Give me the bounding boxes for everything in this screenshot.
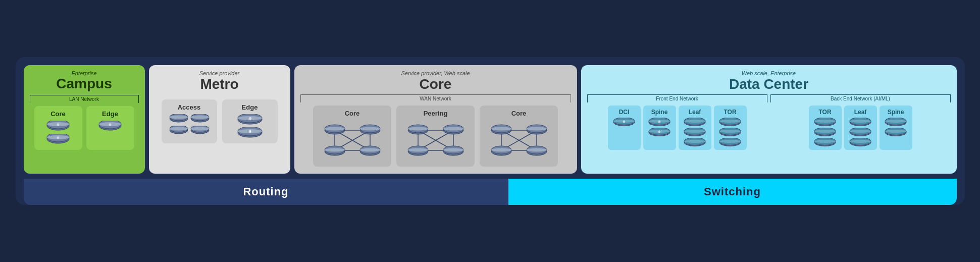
spcore-title: Core	[300, 76, 571, 92]
spcore-core1-label: Core	[318, 110, 386, 117]
campus-edge-routers: ⊕	[91, 121, 129, 133]
metro-sub-label: Service provider	[155, 70, 284, 76]
metro-access-label: Access	[167, 103, 212, 111]
router-icon	[719, 138, 741, 147]
main-container: Enterprise Campus LAN Network Core ⊕	[16, 57, 965, 205]
dc-spine1-label: Spine	[647, 109, 672, 116]
svg-point-121	[814, 130, 836, 133]
svg-point-85	[527, 148, 547, 152]
dc-spine1-card: Spine ⊕	[643, 106, 676, 150]
svg-point-43	[360, 127, 380, 131]
svg-point-67	[443, 148, 463, 152]
spcore-core2-label: Core	[485, 110, 553, 117]
svg-text:⊕: ⊕	[623, 120, 626, 123]
router-icon	[885, 128, 907, 137]
router-icon: ⊕	[46, 134, 70, 145]
svg-point-23	[191, 127, 209, 131]
router-icon	[719, 118, 741, 127]
campus-core-label: Core	[39, 110, 77, 118]
metro-access-routers	[167, 114, 212, 135]
svg-point-49	[360, 148, 380, 152]
svg-text:⊕: ⊕	[248, 129, 251, 134]
campus-block: Enterprise Campus LAN Network Core ⊕	[24, 65, 145, 174]
router-icon	[814, 138, 836, 147]
router-icon	[169, 114, 188, 123]
svg-point-118	[814, 120, 836, 123]
bottom-bar: Routing Switching	[24, 179, 957, 205]
svg-point-79	[527, 127, 547, 131]
router-icon	[849, 128, 871, 137]
dc-tor1-label: TOR	[718, 109, 743, 116]
metro-title: Metro	[155, 76, 284, 92]
router-icon: ⊕	[237, 127, 263, 138]
dc-tor2-label: TOR	[813, 109, 838, 116]
dc-tor1-card: TOR	[714, 106, 747, 150]
metro-edge-routers: ⊕ ⊕	[227, 114, 273, 139]
router-icon: ⊕	[648, 128, 670, 137]
core-mesh-icon	[320, 120, 385, 161]
dc-backend-label: Back End Network (AI/ML)	[770, 94, 951, 102]
router-icon	[190, 114, 210, 123]
campus-title: Campus	[30, 76, 139, 92]
router-icon	[849, 118, 871, 127]
switching-bar: Switching	[508, 179, 957, 205]
routing-label: Routing	[243, 185, 288, 198]
dc-sub-label: Web scale, Enterprise	[587, 70, 951, 76]
top-section: Enterprise Campus LAN Network Core ⊕	[24, 65, 957, 174]
dc-frontend-label: Front End Network	[587, 94, 767, 102]
svg-point-82	[491, 148, 511, 152]
svg-text:⊕: ⊕	[109, 123, 112, 126]
spcore-sub-label: Service provider, Web scale	[300, 70, 571, 76]
router-icon	[190, 126, 210, 135]
svg-point-112	[719, 130, 741, 133]
spcore-peering-label: Peering	[401, 110, 470, 117]
dc-networks: Front End Network DCI ⊕	[587, 94, 951, 150]
router-icon	[684, 118, 706, 127]
dc-spine2-card: Spine	[880, 106, 912, 150]
svg-point-46	[325, 148, 345, 152]
router-icon: ⊕	[46, 121, 70, 132]
router-icon: ⊕	[98, 121, 122, 132]
svg-text:⊕: ⊕	[658, 130, 661, 133]
dc-leaf1-card: Leaf	[679, 106, 711, 150]
spcore-block: Service provider, Web scale Core WAN Net…	[294, 65, 577, 174]
datacenter-block: Web scale, Enterprise Data Center Front …	[581, 65, 957, 174]
metro-edge-label: Edge	[227, 103, 273, 111]
metro-access-card: Access	[162, 99, 217, 143]
campus-core-card: Core ⊕ ⊕	[34, 106, 82, 150]
router-icon	[169, 126, 188, 135]
svg-point-58	[408, 127, 428, 131]
svg-point-136	[885, 120, 906, 123]
dc-frontend: Front End Network DCI ⊕	[587, 94, 767, 150]
dc-tor2-card: TOR	[809, 106, 842, 150]
dc-spine2-label: Spine	[884, 109, 908, 116]
router-icon	[684, 128, 706, 137]
router-icon: ⊕	[613, 118, 635, 127]
spcore-core2-card: Core	[480, 106, 558, 167]
dc-leaf2-card: Leaf	[844, 106, 877, 150]
campus-inner: Core ⊕ ⊕	[30, 106, 139, 150]
svg-point-100	[684, 120, 705, 123]
metro-edge-card: Edge ⊕ ⊕	[222, 99, 278, 143]
svg-point-106	[684, 140, 705, 143]
router-icon	[814, 118, 836, 127]
svg-point-17	[191, 116, 209, 119]
svg-point-40	[325, 127, 345, 131]
svg-point-64	[408, 148, 428, 152]
svg-point-127	[850, 120, 871, 123]
campus-edge-card: Edge ⊕	[86, 106, 134, 150]
router-icon	[684, 138, 706, 147]
svg-text:⊕: ⊕	[57, 136, 60, 139]
svg-text:⊕: ⊕	[658, 120, 661, 123]
svg-point-109	[719, 120, 741, 123]
svg-point-133	[850, 140, 871, 143]
router-icon	[849, 138, 871, 147]
svg-text:⊕: ⊕	[57, 123, 60, 126]
spcore-peering-card: Peering	[396, 106, 475, 167]
dc-leaf1-label: Leaf	[683, 109, 707, 116]
core2-mesh-icon	[486, 120, 552, 161]
campus-core-routers: ⊕ ⊕	[39, 121, 77, 146]
router-icon	[719, 128, 741, 137]
svg-point-115	[719, 140, 741, 143]
dc-backend: Back End Network (AI/ML) TOR	[770, 94, 951, 150]
